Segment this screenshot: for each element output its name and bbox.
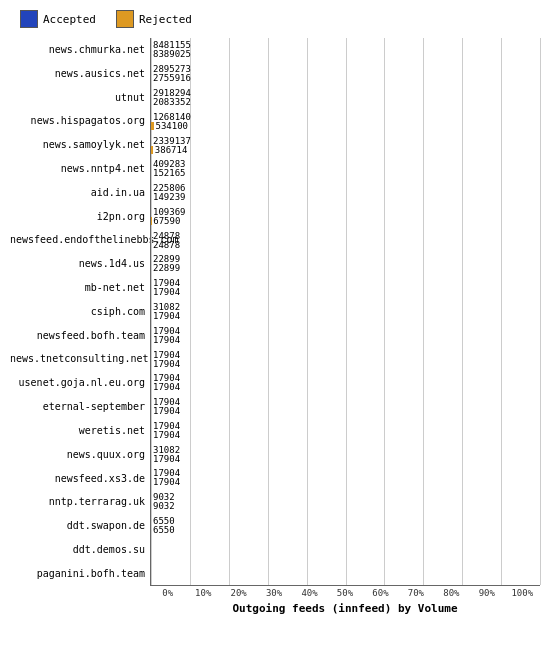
accepted-bar-wrap: 31082 (151, 446, 180, 454)
rejected-bar-wrap: 17904 (151, 360, 180, 368)
bar-pair: 3108217904 (151, 446, 180, 463)
y-label: weretis.net (10, 426, 150, 436)
rejected-value-label: 152165 (153, 168, 186, 178)
bar-pair: 29182942083352 (151, 89, 191, 106)
bar-row (151, 561, 540, 585)
bar-row (151, 537, 540, 561)
chart-container: Accepted Rejected news.chmurka.netnews.a… (0, 0, 550, 655)
rejected-bar-wrap: 2083352 (151, 98, 191, 106)
accepted-bar-wrap: 2895273 (151, 65, 191, 73)
rejected-bar-wrap: 149239 (151, 193, 186, 201)
bar-row: 29182942083352 (151, 86, 540, 110)
bar-pair: 90329032 (151, 493, 175, 510)
rejected-value-label: 17904 (153, 406, 180, 416)
y-label: newsfeed.endofthelinebbs.com (10, 235, 150, 245)
bar-pair: 2339137386714 (151, 137, 191, 154)
bar-row: 28952732755916 (151, 62, 540, 86)
bar-row: 84811558389025 (151, 38, 540, 62)
rejected-bar-wrap: 17904 (151, 288, 180, 296)
bar-pair: 84811558389025 (151, 41, 191, 58)
bar-pair: 3108217904 (151, 303, 180, 320)
bar-pair: 28952732755916 (151, 65, 191, 82)
bar-row: 3108217904 (151, 442, 540, 466)
x-axis-labels: 0%10%20%30%40%50%60%70%80%90%100% (150, 586, 540, 598)
bar-row: 1790417904 (151, 466, 540, 490)
bar-rows: 8481155838902528952732755916291829420833… (151, 38, 540, 585)
x-tick-label: 100% (505, 588, 540, 598)
y-label: news.ausics.net (10, 69, 150, 79)
rejected-bar-wrap: 17904 (151, 336, 180, 344)
bar-row: 409283152165 (151, 157, 540, 181)
accepted-bar-wrap (151, 565, 153, 573)
rejected-bar-wrap: 17904 (151, 407, 180, 415)
rejected-color-box (116, 10, 134, 28)
rejected-bar-wrap: 8389025 (151, 50, 191, 58)
y-label: mb-net.net (10, 283, 150, 293)
y-label: newsfeed.bofh.team (10, 331, 150, 341)
rejected-bar-wrap: 534100 (151, 122, 191, 130)
accepted-color-box (20, 10, 38, 28)
rejected-value-label: 17904 (153, 359, 180, 369)
accepted-bar-wrap: 24878 (151, 232, 180, 240)
x-tick-label: 70% (398, 588, 433, 598)
accepted-bar-wrap: 17904 (151, 374, 180, 382)
y-label: paganini.bofh.team (10, 569, 150, 579)
rejected-bar-wrap: 22899 (151, 264, 180, 272)
x-tick-label: 30% (256, 588, 291, 598)
accepted-bar-wrap: 1268140 (151, 113, 191, 121)
x-tick-label: 40% (292, 588, 327, 598)
rejected-value-label: 386714 (155, 145, 188, 155)
legend-accepted: Accepted (20, 10, 96, 28)
bar-pair: 1268140534100 (151, 113, 191, 130)
rejected-label: Rejected (139, 13, 192, 26)
y-label: news.chmurka.net (10, 45, 150, 55)
y-label: csiph.com (10, 307, 150, 317)
bar-row: 2487824878 (151, 228, 540, 252)
rejected-bar-wrap: 17904 (151, 312, 180, 320)
grid-line (540, 38, 541, 585)
bar-pair (151, 565, 153, 582)
legend-rejected: Rejected (116, 10, 192, 28)
accepted-bar-wrap: 225806 (151, 184, 186, 192)
rejected-bar-wrap: 386714 (151, 146, 191, 154)
bar-pair: 2487824878 (151, 232, 180, 249)
bar-row: 3108217904 (151, 300, 540, 324)
accepted-bar-wrap: 8481155 (151, 41, 191, 49)
rejected-bar (151, 122, 154, 130)
accepted-bar-wrap: 17904 (151, 327, 180, 335)
bar-pair: 1790417904 (151, 398, 180, 415)
accepted-bar-wrap: 6550 (151, 517, 175, 525)
rejected-bar-wrap: 17904 (151, 383, 180, 391)
rejected-bar-wrap: 6550 (151, 526, 175, 534)
accepted-label: Accepted (43, 13, 96, 26)
bar-row: 90329032 (151, 490, 540, 514)
bar-pair (151, 541, 153, 558)
bar-pair: 409283152165 (151, 160, 186, 177)
y-axis-labels: news.chmurka.netnews.ausics.netutnutnews… (10, 38, 150, 586)
bar-row: 1790417904 (151, 371, 540, 395)
rejected-value-label: 534100 (156, 121, 189, 131)
legend: Accepted Rejected (10, 10, 540, 28)
rejected-value-label: 17904 (153, 454, 180, 464)
y-label: eternal-september (10, 402, 150, 412)
rejected-value-label: 9032 (153, 501, 175, 511)
bar-pair: 1790417904 (151, 327, 180, 344)
accepted-bar-wrap: 2918294 (151, 89, 191, 97)
bar-row: 1790417904 (151, 323, 540, 347)
y-label: ddt.demos.su (10, 545, 150, 555)
x-tick-label: 20% (221, 588, 256, 598)
bar-pair: 1790417904 (151, 422, 180, 439)
bar-row: 2339137386714 (151, 133, 540, 157)
rejected-bar-wrap (151, 550, 153, 558)
bar-row: 65506550 (151, 514, 540, 538)
bar-pair: 1790417904 (151, 279, 180, 296)
rejected-value-label: 17904 (153, 430, 180, 440)
x-tick-label: 80% (434, 588, 469, 598)
y-label: i2pn.org (10, 212, 150, 222)
accepted-bar-wrap: 2339137 (151, 137, 191, 145)
bar-pair: 1790417904 (151, 469, 180, 486)
rejected-value-label: 17904 (153, 311, 180, 321)
x-axis-title: Outgoing feeds (innfeed) by Volume (150, 602, 540, 615)
rejected-value-label: 67590 (153, 216, 180, 226)
bar-pair: 1790417904 (151, 351, 180, 368)
